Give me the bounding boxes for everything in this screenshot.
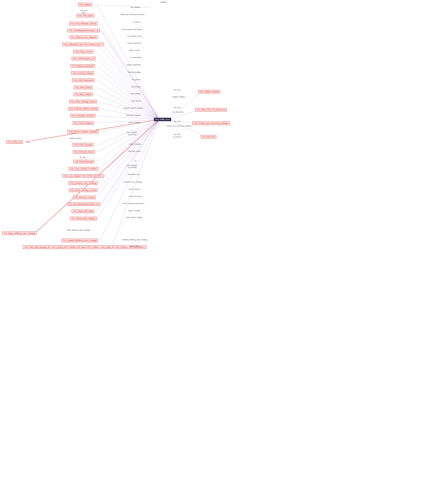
edge-label-orb-params: orb_params_ — [132, 79, 142, 80]
node-tao-fault-tolerance[interactable]: TAO_Fault_Tolerance_Service — [69, 22, 97, 25]
edge-label-stub-factory: stub_factory_ — [131, 86, 141, 88]
edge-label-client-factory: client_factory_ — [131, 100, 142, 102]
edge-label-orb-resources: orb_resources_ — [173, 111, 184, 113]
edge-label-init-ref-map: init_ref_map_ — [130, 246, 140, 247]
edge-label-server-factory: server_factory__ — [129, 188, 142, 190]
edge-label-parser-registry: parser_registry_ — [129, 121, 141, 123]
edge-label-tm: tm_ — [135, 160, 137, 162]
node-tao-thread-lane[interactable]: TAO_Thread_Lane_Resources_Manager — [192, 122, 230, 125]
edge-label-server-request-interceptors: server_request_interceptors_ — [123, 203, 145, 205]
node-tao-flushing-strategy[interactable]: TAO_Flushing_Strategy — [71, 71, 94, 75]
edge-label-adapters: adapters_ — [160, 1, 168, 3]
node-tao-ior-interceptor[interactable]: TAO_IORInterceptor_List — [72, 57, 95, 60]
edge-label-endpoint-selector: endpoint_selector_factory_ — [123, 107, 144, 109]
node-ace-wchar-codeset[interactable]: ACE_WChar_Codeset_Translator — [67, 130, 99, 133]
edge-label-data-block-lock: data_block_lock_ — [127, 173, 140, 175]
edge-label-collocation-resolver: collocation_resolver_ — [126, 114, 142, 116]
label-thr-mgr-1: thr_mgr_ — [80, 156, 87, 158]
label-max-time: max_time — [80, 10, 87, 12]
edge-label-policy-current: policy_current_ — [129, 49, 140, 51]
node-tao-client-request-interceptor[interactable]: TAO_ClientRequestInterceptor_List — [67, 29, 100, 32]
svg-line-11 — [97, 80, 159, 120]
node-tao-bidir-adapter[interactable]: TAO_BiDir_Adapter — [74, 93, 93, 96]
node-tao-resource-factory[interactable]: TAO_Resource_Factory — [73, 196, 95, 199]
node-ace-char-codeset[interactable]: ACE_Char_Codeset_Translator — [69, 167, 98, 170]
svg-line-0 — [97, 5, 159, 120]
svg-line-14 — [98, 102, 159, 120]
svg-line-22 — [98, 120, 159, 169]
node-tao-adapter-registry[interactable]: TAO_Adapter_Registry — [198, 90, 220, 93]
edge-label-policy-manager: policy_manager_ — [129, 143, 142, 145]
edge-label-thread-lane-resources: thread_lane_resources_manager__ — [167, 125, 193, 127]
node-tao-protocols-hooks[interactable]: TAO_Protocols_Hooks — [73, 150, 95, 154]
node-tao-eager-buffering[interactable]: TAO_Eager_Buffering_Sync_Strategy — [2, 232, 36, 235]
node-tao-colocation-resolver[interactable]: TAO_Colocation_Resolver — [71, 114, 95, 117]
edge-label-bidir-adapter: bidir_adapter_ — [131, 93, 142, 95]
edge-label-orb-core-4: orb_core_ — [174, 133, 181, 135]
node-tao-parser-registry[interactable]: TAO_Parser_Registry — [73, 121, 94, 125]
node-ace-thread-manager[interactable]: ACE Thread Manager — [73, 160, 94, 163]
edge-label-delayed-buffering: delayed_buffering_sync_strategy_ — [122, 239, 148, 241]
node-ace-lock-adapter[interactable]: ACE_Lock_Adapter< TAO_SYNCH_MUTEX > — [62, 174, 104, 178]
node-tao-picurrent[interactable]: TAO_PICurrent — [201, 135, 216, 138]
node-tao-object-ref-table[interactable]: TAO_Object_Ref_Table — [72, 210, 94, 213]
svg-line-36 — [169, 120, 196, 123]
edge-label-impl: impl_ — [26, 141, 30, 143]
svg-line-20 — [97, 120, 159, 152]
svg-line-31 — [112, 120, 159, 247]
edge-label-thread-per-conn: thread_per_connection_timeout_ — [120, 14, 145, 15]
edge-label-ior-interceptors: ior_interceptors_ — [130, 56, 143, 58]
edge-label-adapter-registry: adapter_registry__ — [173, 96, 187, 98]
edge-label-poa-adapter: poa_adapter_ — [131, 6, 141, 8]
node-tao-cleanup-func[interactable]: TAO_Cleanup_Func_Registry — [70, 35, 97, 39]
edge-label-protocols-hooks: protocols_hooks_ — [128, 150, 142, 152]
node-tao-orb-core-tss[interactable]: TAO_ORB_Core_TSS_Resources — [195, 108, 226, 112]
node-tao-server-strategy[interactable]: TAO_Server_Strategy_Factory — [69, 189, 97, 192]
svg-line-25 — [98, 120, 159, 190]
edge-label-from-iso8859: from_iso8859_ — [127, 164, 138, 166]
node-tao-transport-sync[interactable]: TAO_Transport_Sync_Strategy — [69, 181, 97, 185]
edge-label-flushing-strategy: flushing_strategy_ — [128, 71, 142, 73]
edge-label-client-request: client_request_interceptors_ — [122, 28, 143, 30]
edge-label-transport-sync-strategy: transport_sync_strategy_ — [124, 181, 143, 183]
edge-label-orb-core-3: orb_core_ — [174, 120, 181, 122]
node-tao-stub-factory[interactable]: TAO_Stub_Factory — [74, 86, 92, 89]
node-tao-policy-set[interactable]: TAO_Policy_Set — [6, 140, 22, 144]
edge-label-ft-service: ft_service_ — [133, 21, 141, 23]
edge-label-protocol-factories: protocol_factories_ — [127, 42, 142, 44]
edge-label-orb-core-2: orb_core_ — [174, 107, 181, 108]
edge-label-pi-current: pi_current_ — [173, 136, 182, 138]
edge-label-tss-cleanup: tss_cleanup_funcs_ — [127, 35, 142, 37]
node-ace-hash-map[interactable]: ACE_Hash_Map_Manager_Ex< ACE_CString, AC… — [23, 246, 146, 249]
edge-label-request-dispatcher: request_dispatcher_ — [127, 64, 142, 66]
node-ace-time-value[interactable]: ACE_Time_Value — [77, 14, 94, 17]
svg-line-10 — [97, 73, 159, 120]
node-ace-unbounded-set[interactable]: ACE_Unbounded_Set< TAO_Protocol_Item *> — [62, 43, 104, 46]
node-tao-request-dispatcher[interactable]: TAO_Request_Dispatcher — [71, 64, 95, 68]
edge-label-to-unicode: to_unicode_ — [128, 134, 137, 135]
node-tao-delayed-buffering[interactable]: TAO_Delayed_Buffering_Sync_Strategy — [62, 239, 98, 242]
node-tao-policy-factory-registry[interactable]: TAO_PolicyFactory_Registry — [70, 217, 97, 220]
svg-line-8 — [97, 58, 159, 120]
edge-label-policy-factory-registry: policy_factory_registry_ — [126, 216, 144, 218]
node-tao-orb-parameters[interactable]: TAO_ORB_Parameters — [72, 79, 94, 82]
svg-line-2 — [95, 16, 159, 120]
svg-line-1 — [97, 5, 150, 7]
svg-line-17 — [96, 120, 159, 123]
svg-line-9 — [97, 66, 159, 120]
edge-label-resource-factory: resource_factory_ — [129, 195, 143, 197]
node-tao-policy-manager[interactable]: TAO_Policy_Manager — [72, 143, 94, 147]
node-tao-endpoint-selector[interactable]: TAO_Endpoint_Selector_Factory — [68, 107, 98, 110]
svg-line-7 — [96, 52, 159, 120]
node-tao-adapter[interactable]: TAO_Adapter — [78, 3, 92, 6]
node-tao-client-strategy[interactable]: TAO_Client_Strategy_Factory — [69, 100, 97, 103]
label-default-policies: default_policies_ — [70, 137, 82, 139]
node-tao-orb-core[interactable]: TAO_ORB_Core — [154, 118, 171, 121]
svg-line-21 — [97, 120, 159, 162]
node-tao-policy-current[interactable]: TAO_Policy_Current — [73, 50, 93, 53]
svg-line-16 — [97, 116, 159, 120]
diagram-container: TAO_ORB_Core TAO_Adapter max_time zero_ … — [0, 0, 448, 480]
node-tao-server-request-interceptor[interactable]: TAO_ServerRequestInterceptor_List — [67, 203, 100, 206]
edge-label-from-unicode: from_unicode_ — [127, 131, 138, 133]
edge-label-object-ref-table: object_ref_table_ — [128, 210, 141, 212]
